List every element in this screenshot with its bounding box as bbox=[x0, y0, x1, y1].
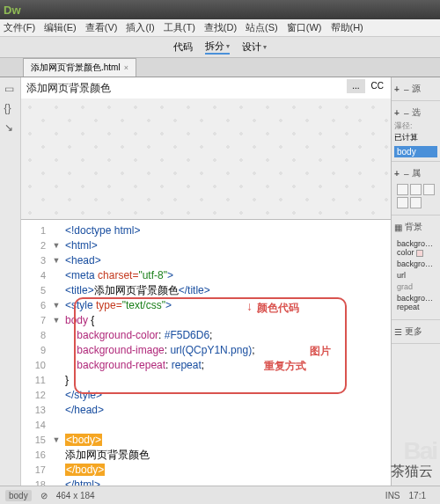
title-bar: Dw bbox=[0, 0, 440, 19]
line-number: 10 bbox=[21, 358, 51, 373]
annotation-image: 图片 bbox=[310, 344, 331, 359]
fold-icon[interactable]: ▼ bbox=[51, 298, 62, 313]
code-line[interactable]: 16添加网页背景颜色 bbox=[21, 448, 391, 463]
menu-insert[interactable]: 插入(I) bbox=[126, 21, 154, 34]
view-split[interactable]: 拆分▾ bbox=[205, 40, 230, 55]
app-logo: Dw bbox=[4, 4, 21, 17]
menu-window[interactable]: 窗口(W) bbox=[287, 21, 322, 34]
line-number: 7 bbox=[21, 313, 51, 328]
border-icon bbox=[423, 184, 435, 195]
fold-icon[interactable]: ▼ bbox=[51, 433, 62, 448]
arrow-icon[interactable]: ↘ bbox=[4, 121, 17, 134]
document-tab-bar: 添加网页背景颜色.html × bbox=[0, 58, 440, 77]
menu-edit[interactable]: 编辑(E) bbox=[44, 21, 77, 34]
sources-header[interactable]: +–源 bbox=[394, 83, 437, 95]
menu-find[interactable]: 查找(D) bbox=[204, 21, 237, 34]
tab-label: 添加网页背景颜色.html bbox=[31, 62, 121, 74]
arrow-down-icon: ↓ bbox=[246, 299, 253, 313]
more-section[interactable]: ☰更多 bbox=[394, 325, 437, 338]
list-icon: ☰ bbox=[394, 327, 402, 337]
selector-body[interactable]: body bbox=[394, 146, 437, 157]
property-list[interactable]: background-color background- url grad ba… bbox=[394, 235, 437, 316]
file-icon[interactable]: ▭ bbox=[4, 83, 17, 95]
line-number: 15 bbox=[21, 433, 51, 448]
live-preview: ... CC 添加网页背景颜色 bbox=[21, 77, 391, 220]
line-number: 6 bbox=[21, 298, 51, 313]
code-line[interactable]: 7▼body { bbox=[21, 313, 391, 328]
bg-icon bbox=[397, 197, 408, 208]
code-line[interactable]: 11} bbox=[21, 373, 391, 388]
close-icon[interactable]: × bbox=[124, 63, 128, 72]
selectors-header[interactable]: +–选 bbox=[394, 106, 437, 119]
code-line[interactable]: 13</head> bbox=[21, 403, 391, 418]
line-number: 3 bbox=[21, 253, 51, 268]
preview-tab-a[interactable]: ... bbox=[347, 79, 364, 93]
document-tab[interactable]: 添加网页背景颜色.html × bbox=[23, 58, 136, 77]
line-number: 14 bbox=[21, 418, 51, 433]
code-line[interactable]: 9 background-image: url(QCpY1N.png); bbox=[21, 343, 391, 358]
brackets-icon[interactable]: {} bbox=[4, 102, 17, 114]
code-line[interactable]: 4<meta charset="utf-8"> bbox=[21, 268, 391, 283]
code-line[interactable]: 1<!doctype html> bbox=[21, 223, 391, 238]
code-line[interactable]: 12</style> bbox=[21, 388, 391, 403]
code-line[interactable]: 8 background-color: #F5D6D6; bbox=[21, 328, 391, 343]
prop-url: url bbox=[397, 271, 435, 280]
preview-tab-cc[interactable]: CC bbox=[366, 79, 389, 93]
code-line[interactable]: 5<title>添加网页背景颜色</title> bbox=[21, 283, 391, 298]
layout-icon bbox=[397, 184, 408, 195]
computed-label: 已计算 bbox=[394, 132, 437, 143]
preview-tabs: ... CC bbox=[347, 79, 389, 93]
crumb: 瀑径: bbox=[394, 121, 437, 132]
left-toolbar: ▭ {} ↘ bbox=[0, 77, 21, 486]
fold-icon[interactable]: ▼ bbox=[51, 253, 62, 268]
code-line[interactable]: 14 bbox=[21, 418, 391, 433]
fold-icon[interactable]: ▼ bbox=[51, 238, 62, 253]
more-icon bbox=[410, 197, 422, 208]
line-number: 12 bbox=[21, 388, 51, 403]
menu-help[interactable]: 帮助(H) bbox=[331, 21, 363, 34]
status-ins[interactable]: INS bbox=[385, 491, 400, 500]
prop-bgrepeat: background-repeat bbox=[397, 294, 435, 311]
line-number: 8 bbox=[21, 328, 51, 343]
text-icon bbox=[410, 184, 422, 195]
menu-tools[interactable]: 工具(T) bbox=[164, 21, 195, 34]
code-line[interactable]: 17</body> bbox=[21, 463, 391, 478]
code-line[interactable]: 10 background-repeat: repeat; bbox=[21, 358, 391, 373]
prop-bgcolor: background-color bbox=[397, 239, 435, 257]
view-design[interactable]: 设计▾ bbox=[242, 40, 267, 54]
line-number: 4 bbox=[21, 268, 51, 283]
fold-icon[interactable]: ▼ bbox=[51, 313, 62, 328]
code-line[interactable]: 6▼<style type="text/css"> bbox=[21, 298, 391, 313]
preview-body-text: 添加网页背景颜色 bbox=[26, 81, 111, 96]
menu-view[interactable]: 查看(V) bbox=[85, 21, 118, 34]
status-rowcol: 17:1 bbox=[409, 491, 426, 500]
line-number: 16 bbox=[21, 448, 51, 463]
code-line[interactable]: 2▼<html> bbox=[21, 238, 391, 253]
code-line[interactable]: 18</html> bbox=[21, 478, 391, 486]
line-number: 11 bbox=[21, 373, 51, 388]
watermark-bg: Bai bbox=[403, 437, 436, 465]
code-editor[interactable]: 1<!doctype html>2▼<html>3▼<head>4<meta c… bbox=[21, 220, 391, 486]
line-number: 13 bbox=[21, 403, 51, 418]
line-number: 1 bbox=[21, 223, 51, 238]
property-category-icons[interactable] bbox=[394, 181, 437, 211]
annotation-repeat: 重复方式 bbox=[264, 359, 306, 374]
status-tag[interactable]: body bbox=[5, 490, 32, 501]
code-line[interactable]: 15▼<body> bbox=[21, 433, 391, 448]
image-icon: ▦ bbox=[394, 223, 402, 232]
css-designer-panel: +–源 +–选 瀑径: 已计算 body +–属 ▦背景 background-… bbox=[391, 77, 440, 486]
view-code[interactable]: 代码 bbox=[173, 40, 193, 54]
status-bar: body ⊘ 464 x 184 INS 17:1 bbox=[0, 486, 440, 504]
bg-section: ▦背景 bbox=[394, 221, 437, 233]
code-line[interactable]: 3▼<head> bbox=[21, 253, 391, 268]
chevron-down-icon: ▾ bbox=[263, 43, 267, 51]
preview-background bbox=[21, 99, 391, 219]
watermark: 茶猫云 bbox=[391, 463, 433, 481]
menu-site[interactable]: 站点(S) bbox=[246, 21, 278, 34]
menu-file[interactable]: 文件(F) bbox=[4, 21, 35, 34]
line-number: 17 bbox=[21, 463, 51, 478]
prop-grad: grad bbox=[397, 282, 435, 291]
properties-header[interactable]: +–属 bbox=[394, 167, 437, 179]
line-number: 18 bbox=[21, 478, 51, 486]
prop-bgimage: background- bbox=[397, 259, 435, 268]
